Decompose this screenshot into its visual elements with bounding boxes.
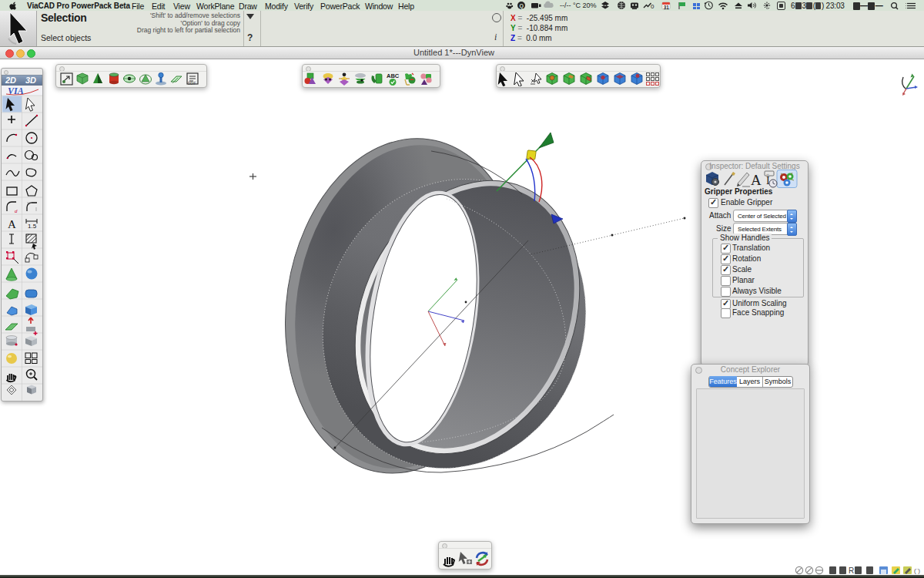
svg-text:--/-- °C 20%: --/-- °C 20%	[560, 2, 597, 9]
svg-text:3D: 3D	[25, 76, 36, 85]
svg-text:d: d	[15, 209, 18, 213]
svg-text:2D: 2D	[5, 76, 16, 85]
svg-text:0: 0	[651, 3, 654, 10]
svg-text:A: A	[751, 172, 762, 188]
svg-text:31: 31	[664, 5, 670, 10]
svg-text:A: A	[8, 218, 16, 230]
svg-text:DDIF: DDIF	[188, 82, 196, 86]
svg-text:(¨): (¨)	[914, 567, 920, 574]
svg-text:R: R	[849, 566, 854, 575]
svg-text:1.5: 1.5	[28, 223, 37, 230]
svg-text:ABC: ABC	[387, 72, 400, 79]
svg-text:Q: Q	[520, 3, 524, 9]
